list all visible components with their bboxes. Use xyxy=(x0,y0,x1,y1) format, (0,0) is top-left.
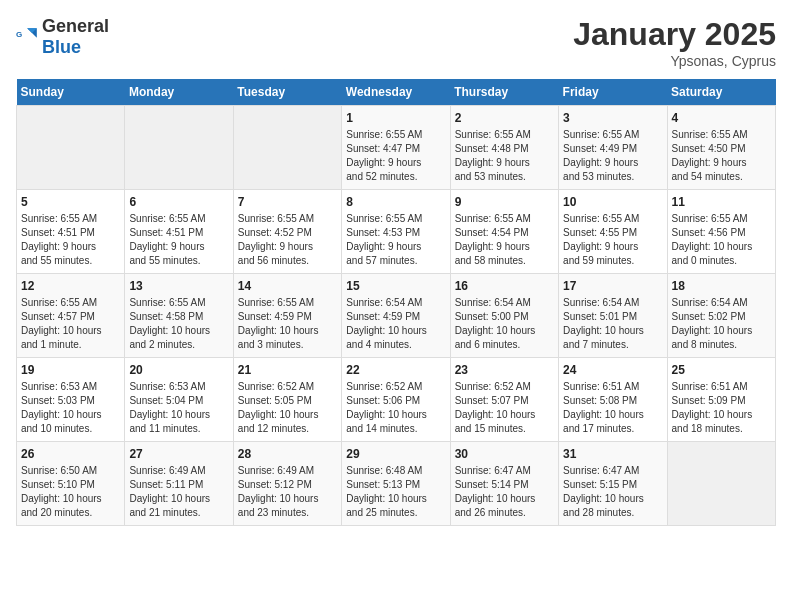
calendar-cell: 15Sunrise: 6:54 AM Sunset: 4:59 PM Dayli… xyxy=(342,274,450,358)
day-info: Sunrise: 6:47 AM Sunset: 5:15 PM Dayligh… xyxy=(563,464,662,520)
calendar-cell: 9Sunrise: 6:55 AM Sunset: 4:54 PM Daylig… xyxy=(450,190,558,274)
day-of-week-header: Tuesday xyxy=(233,79,341,106)
title-block: January 2025 Ypsonas, Cyprus xyxy=(573,16,776,69)
day-info: Sunrise: 6:50 AM Sunset: 5:10 PM Dayligh… xyxy=(21,464,120,520)
day-of-week-header: Wednesday xyxy=(342,79,450,106)
calendar-cell: 23Sunrise: 6:52 AM Sunset: 5:07 PM Dayli… xyxy=(450,358,558,442)
calendar-cell: 25Sunrise: 6:51 AM Sunset: 5:09 PM Dayli… xyxy=(667,358,775,442)
calendar-week-row: 19Sunrise: 6:53 AM Sunset: 5:03 PM Dayli… xyxy=(17,358,776,442)
day-number: 27 xyxy=(129,447,228,461)
day-info: Sunrise: 6:54 AM Sunset: 5:02 PM Dayligh… xyxy=(672,296,771,352)
calendar-cell: 29Sunrise: 6:48 AM Sunset: 5:13 PM Dayli… xyxy=(342,442,450,526)
day-number: 5 xyxy=(21,195,120,209)
day-info: Sunrise: 6:49 AM Sunset: 5:12 PM Dayligh… xyxy=(238,464,337,520)
day-info: Sunrise: 6:54 AM Sunset: 5:00 PM Dayligh… xyxy=(455,296,554,352)
calendar-cell: 31Sunrise: 6:47 AM Sunset: 5:15 PM Dayli… xyxy=(559,442,667,526)
calendar-cell: 14Sunrise: 6:55 AM Sunset: 4:59 PM Dayli… xyxy=(233,274,341,358)
day-number: 26 xyxy=(21,447,120,461)
calendar-cell xyxy=(125,106,233,190)
day-info: Sunrise: 6:55 AM Sunset: 4:56 PM Dayligh… xyxy=(672,212,771,268)
calendar-cell: 16Sunrise: 6:54 AM Sunset: 5:00 PM Dayli… xyxy=(450,274,558,358)
day-of-week-header: Thursday xyxy=(450,79,558,106)
day-number: 3 xyxy=(563,111,662,125)
day-info: Sunrise: 6:48 AM Sunset: 5:13 PM Dayligh… xyxy=(346,464,445,520)
day-info: Sunrise: 6:55 AM Sunset: 4:54 PM Dayligh… xyxy=(455,212,554,268)
calendar-week-row: 12Sunrise: 6:55 AM Sunset: 4:57 PM Dayli… xyxy=(17,274,776,358)
day-number: 31 xyxy=(563,447,662,461)
calendar-cell: 6Sunrise: 6:55 AM Sunset: 4:51 PM Daylig… xyxy=(125,190,233,274)
day-info: Sunrise: 6:54 AM Sunset: 4:59 PM Dayligh… xyxy=(346,296,445,352)
day-info: Sunrise: 6:52 AM Sunset: 5:06 PM Dayligh… xyxy=(346,380,445,436)
calendar-cell: 8Sunrise: 6:55 AM Sunset: 4:53 PM Daylig… xyxy=(342,190,450,274)
logo-text-general: General xyxy=(42,16,109,36)
day-info: Sunrise: 6:51 AM Sunset: 5:08 PM Dayligh… xyxy=(563,380,662,436)
day-number: 4 xyxy=(672,111,771,125)
calendar-cell: 3Sunrise: 6:55 AM Sunset: 4:49 PM Daylig… xyxy=(559,106,667,190)
day-info: Sunrise: 6:55 AM Sunset: 4:55 PM Dayligh… xyxy=(563,212,662,268)
day-number: 7 xyxy=(238,195,337,209)
day-number: 1 xyxy=(346,111,445,125)
day-number: 19 xyxy=(21,363,120,377)
day-info: Sunrise: 6:52 AM Sunset: 5:05 PM Dayligh… xyxy=(238,380,337,436)
day-info: Sunrise: 6:47 AM Sunset: 5:14 PM Dayligh… xyxy=(455,464,554,520)
calendar-cell: 7Sunrise: 6:55 AM Sunset: 4:52 PM Daylig… xyxy=(233,190,341,274)
day-info: Sunrise: 6:55 AM Sunset: 4:48 PM Dayligh… xyxy=(455,128,554,184)
day-number: 10 xyxy=(563,195,662,209)
calendar-cell: 27Sunrise: 6:49 AM Sunset: 5:11 PM Dayli… xyxy=(125,442,233,526)
day-info: Sunrise: 6:55 AM Sunset: 4:47 PM Dayligh… xyxy=(346,128,445,184)
day-info: Sunrise: 6:55 AM Sunset: 4:52 PM Dayligh… xyxy=(238,212,337,268)
day-info: Sunrise: 6:49 AM Sunset: 5:11 PM Dayligh… xyxy=(129,464,228,520)
day-number: 14 xyxy=(238,279,337,293)
calendar-title: January 2025 xyxy=(573,16,776,53)
calendar-cell: 26Sunrise: 6:50 AM Sunset: 5:10 PM Dayli… xyxy=(17,442,125,526)
calendar-cell xyxy=(233,106,341,190)
day-info: Sunrise: 6:53 AM Sunset: 5:03 PM Dayligh… xyxy=(21,380,120,436)
day-number: 22 xyxy=(346,363,445,377)
day-number: 20 xyxy=(129,363,228,377)
day-info: Sunrise: 6:51 AM Sunset: 5:09 PM Dayligh… xyxy=(672,380,771,436)
days-header-row: SundayMondayTuesdayWednesdayThursdayFrid… xyxy=(17,79,776,106)
day-number: 25 xyxy=(672,363,771,377)
day-number: 24 xyxy=(563,363,662,377)
calendar-cell: 4Sunrise: 6:55 AM Sunset: 4:50 PM Daylig… xyxy=(667,106,775,190)
calendar-cell: 18Sunrise: 6:54 AM Sunset: 5:02 PM Dayli… xyxy=(667,274,775,358)
calendar-cell: 10Sunrise: 6:55 AM Sunset: 4:55 PM Dayli… xyxy=(559,190,667,274)
day-of-week-header: Saturday xyxy=(667,79,775,106)
day-of-week-header: Sunday xyxy=(17,79,125,106)
calendar-cell xyxy=(667,442,775,526)
calendar-week-row: 26Sunrise: 6:50 AM Sunset: 5:10 PM Dayli… xyxy=(17,442,776,526)
calendar-cell: 5Sunrise: 6:55 AM Sunset: 4:51 PM Daylig… xyxy=(17,190,125,274)
day-number: 6 xyxy=(129,195,228,209)
calendar-cell: 21Sunrise: 6:52 AM Sunset: 5:05 PM Dayli… xyxy=(233,358,341,442)
day-info: Sunrise: 6:55 AM Sunset: 4:51 PM Dayligh… xyxy=(129,212,228,268)
day-info: Sunrise: 6:55 AM Sunset: 4:53 PM Dayligh… xyxy=(346,212,445,268)
calendar-subtitle: Ypsonas, Cyprus xyxy=(573,53,776,69)
day-number: 12 xyxy=(21,279,120,293)
svg-text:G: G xyxy=(16,30,22,39)
logo-icon: G xyxy=(16,25,40,49)
day-number: 23 xyxy=(455,363,554,377)
logo-text-blue: Blue xyxy=(42,37,81,57)
day-info: Sunrise: 6:55 AM Sunset: 4:51 PM Dayligh… xyxy=(21,212,120,268)
day-number: 11 xyxy=(672,195,771,209)
calendar-cell: 17Sunrise: 6:54 AM Sunset: 5:01 PM Dayli… xyxy=(559,274,667,358)
day-number: 16 xyxy=(455,279,554,293)
day-number: 13 xyxy=(129,279,228,293)
day-number: 8 xyxy=(346,195,445,209)
calendar-cell: 19Sunrise: 6:53 AM Sunset: 5:03 PM Dayli… xyxy=(17,358,125,442)
day-number: 9 xyxy=(455,195,554,209)
day-info: Sunrise: 6:55 AM Sunset: 4:59 PM Dayligh… xyxy=(238,296,337,352)
calendar-week-row: 1Sunrise: 6:55 AM Sunset: 4:47 PM Daylig… xyxy=(17,106,776,190)
day-number: 18 xyxy=(672,279,771,293)
calendar-table: SundayMondayTuesdayWednesdayThursdayFrid… xyxy=(16,79,776,526)
day-info: Sunrise: 6:53 AM Sunset: 5:04 PM Dayligh… xyxy=(129,380,228,436)
day-number: 15 xyxy=(346,279,445,293)
logo: G General Blue xyxy=(16,16,109,58)
day-number: 17 xyxy=(563,279,662,293)
day-number: 28 xyxy=(238,447,337,461)
calendar-cell: 20Sunrise: 6:53 AM Sunset: 5:04 PM Dayli… xyxy=(125,358,233,442)
calendar-cell: 11Sunrise: 6:55 AM Sunset: 4:56 PM Dayli… xyxy=(667,190,775,274)
day-number: 29 xyxy=(346,447,445,461)
page-header: G General Blue January 2025 Ypsonas, Cyp… xyxy=(16,16,776,69)
calendar-cell: 1Sunrise: 6:55 AM Sunset: 4:47 PM Daylig… xyxy=(342,106,450,190)
